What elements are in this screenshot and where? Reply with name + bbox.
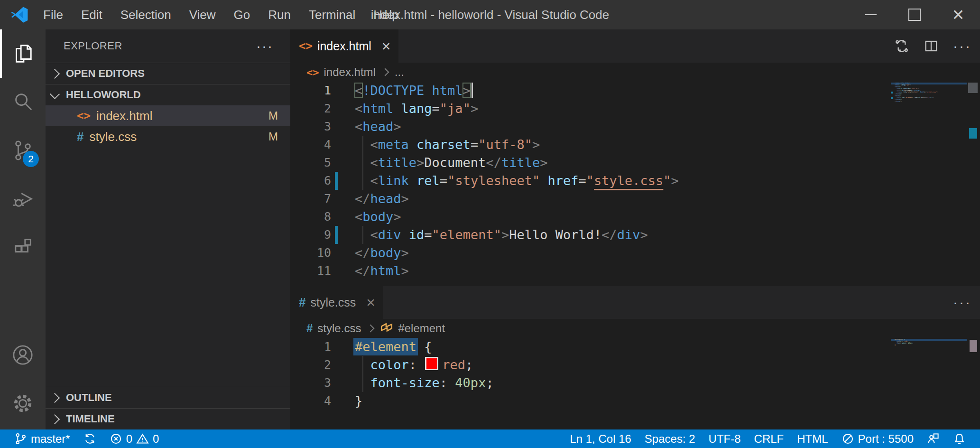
chevron-right-icon [50,68,60,78]
menu-view[interactable]: View [180,0,225,29]
chevron-right-icon [50,392,60,402]
minimap[interactable]: #element { color: red; font-size: 40px;} [891,339,967,346]
more-actions-icon[interactable]: ··· [953,38,971,54]
menu-file[interactable]: File [34,0,72,29]
scrollbar-thumb[interactable] [970,340,977,352]
settings-gear-icon[interactable] [0,379,46,428]
menu-selection[interactable]: Selection [111,0,180,29]
source-control-icon[interactable]: 2 [0,126,46,175]
line-number: 2 [290,356,331,374]
code-line: 4 <meta charset="utf-8"> [290,136,980,154]
accounts-icon[interactable] [0,331,46,379]
line-number: 1 [290,82,331,100]
open-changes-icon[interactable] [894,38,909,54]
section-open-editors[interactable]: OPEN EDITORS [46,63,290,84]
git-branch-status[interactable]: master* [8,432,77,446]
error-count: 0 [126,432,132,446]
code-line: 1<!DOCTYPE html> [290,82,980,100]
split-editor-icon[interactable] [924,38,939,54]
close-button[interactable]: × [936,0,980,29]
problems-status[interactable]: 0 0 [103,432,166,446]
code-line: 7</head> [290,190,980,208]
menu-edit[interactable]: Edit [72,0,111,29]
close-icon: × [952,5,964,25]
eol-status[interactable]: CRLF [748,432,791,446]
run-debug-icon[interactable] [0,175,46,223]
menu-bar: File Edit Selection View Go Run Terminal… [34,0,408,29]
tab-label: style.css [310,296,356,309]
breadcrumb-item[interactable]: #element [398,322,445,335]
code-lines: 1#element {2 color: red;3 font-size: 40p… [290,338,980,410]
live-server-port-status[interactable]: Port : 5500 [835,432,920,446]
menu-run[interactable]: Run [259,0,300,29]
section-label: HELLOWORLD [66,89,141,101]
more-actions-icon[interactable]: ··· [953,294,971,310]
breadcrumb-item[interactable]: style.css [317,322,361,335]
encoding-status[interactable]: UTF-8 [702,432,748,446]
errors-icon [110,432,122,445]
feedback-button[interactable] [920,432,946,445]
css-file-icon: # [77,130,83,144]
section-timeline[interactable]: TIMELINE [46,408,290,429]
title-bar: File Edit Selection View Go Run Terminal… [0,0,980,29]
explorer-more-actions-icon[interactable]: ··· [256,29,273,63]
line-number: 7 [290,190,331,208]
minimap[interactable]: <!DOCTYPE html><html lang="ja"><head> <m… [891,83,967,103]
circle-slash-icon [841,432,854,445]
code-line: 9 <div id="element">Hello World!</div> [290,226,980,244]
cursor-position-status[interactable]: Ln 1, Col 16 [563,432,638,446]
sync-changes-button[interactable] [77,432,103,445]
breadcrumb-item[interactable]: ... [395,65,404,79]
editor-group-bottom: # style.css × ··· # style.css #element 1… [290,286,980,429]
indentation-status[interactable]: Spaces: 2 [638,432,702,446]
scrollbar-thumb[interactable] [968,83,978,93]
editor-actions-bottom: ··· [953,286,971,319]
code-editor-index-html[interactable]: 1<!DOCTYPE html>2<html lang="ja">3<head>… [290,82,980,286]
bell-icon [953,432,966,445]
editor-actions-top: ··· [894,29,971,63]
tab-index-html[interactable]: <> index.html × [290,29,398,63]
tab-bar-top: <> index.html × ··· [290,29,980,63]
minimap-line: </html> [891,101,967,103]
code-line: 6 <link rel="stylesheet" href="style.css… [290,172,980,190]
tab-style-css[interactable]: # style.css × [290,286,383,319]
source-control-badge: 2 [23,151,39,167]
editor-group-top: <> index.html × ··· <> index.html ... [290,29,980,286]
tab-label: index.html [317,39,371,53]
line-number: 3 [290,374,331,392]
menu-go[interactable]: Go [225,0,259,29]
minimize-button[interactable] [849,0,893,29]
html-file-icon: <> [306,66,319,78]
explorer-icon[interactable] [0,29,46,78]
sidebar-bottom-sections: OUTLINE TIMELINE [46,387,290,429]
section-folder-helloworld[interactable]: HELLOWORLD [46,84,290,105]
close-tab-icon[interactable]: × [382,37,391,55]
git-modified-badge: M [268,130,278,143]
close-tab-icon[interactable]: × [366,294,375,311]
activity-bar: 2 [0,29,46,429]
css-rule-symbol-icon [380,322,393,335]
line-number: 4 [290,136,331,154]
breadcrumb-bottom: # style.css #element [290,319,980,338]
extensions-icon[interactable] [0,223,46,271]
menu-terminal[interactable]: Terminal [300,0,364,29]
breadcrumb-item[interactable]: index.html [324,65,376,79]
line-number: 4 [290,392,331,410]
color-swatch[interactable] [425,357,438,370]
line-number: 2 [290,100,331,118]
code-line: 10</body> [290,244,980,262]
warning-count: 0 [153,432,159,446]
chevron-right-icon [50,414,60,424]
file-row-index-html[interactable]: <> index.html M [46,105,290,126]
language-mode-status[interactable]: HTML [790,432,834,446]
maximize-button[interactable] [893,0,936,29]
notifications-button[interactable] [946,432,972,445]
section-outline[interactable]: OUTLINE [46,387,290,408]
sidebar-title: EXPLORER [64,40,122,52]
code-editor-style-css[interactable]: 1#element {2 color: red;3 font-size: 40p… [290,338,980,429]
code-line: 3 font-size: 40px; [290,374,980,392]
code-line: 2<html lang="ja"> [290,100,980,118]
search-icon[interactable] [0,78,46,126]
explorer-sidebar: EXPLORER ··· OPEN EDITORS HELLOWORLD <> … [46,29,290,429]
file-row-style-css[interactable]: # style.css M [46,126,290,147]
